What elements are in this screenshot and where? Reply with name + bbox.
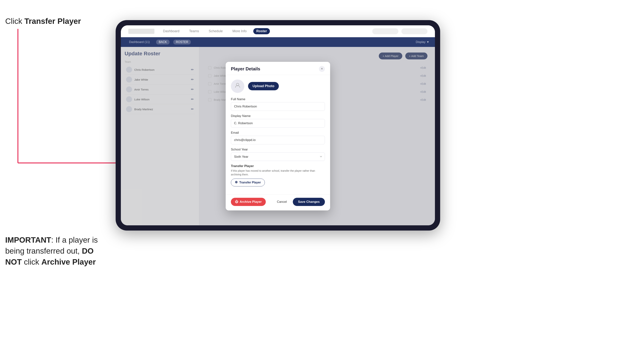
display-name-label: Display Name: [231, 114, 325, 118]
app-header: Dashboard Teams Schedule More Info Roste…: [121, 25, 435, 37]
add-coach-btn-bg: [372, 28, 398, 34]
display-name-group: Display Name: [231, 114, 325, 128]
bottom-text-2: click: [22, 258, 42, 266]
nav-dashboard[interactable]: Dashboard: [160, 28, 182, 34]
upload-photo-label: Upload Photo: [252, 84, 274, 88]
archive-player-button[interactable]: ⏻ Archive Player: [231, 198, 266, 206]
tablet-device: Dashboard Teams Schedule More Info Roste…: [116, 20, 440, 231]
footer-right-group: Cancel Save Changes: [274, 198, 325, 206]
app-logo: [128, 29, 154, 34]
full-name-group: Full Name: [231, 97, 325, 111]
settings-btn-bg: [401, 28, 428, 34]
archive-btn-label: Archive Player: [240, 200, 262, 204]
photo-row: Upload Photo: [231, 80, 325, 93]
modal-header: Player Details ×: [226, 62, 330, 75]
save-changes-button[interactable]: Save Changes: [293, 198, 325, 206]
nav-roster[interactable]: Roster: [253, 28, 270, 34]
sub-nav-display[interactable]: Display ▼: [416, 40, 429, 44]
sub-nav-back[interactable]: BACK: [156, 40, 170, 44]
archive-player-label: Archive Player: [42, 258, 96, 266]
important-label: IMPORTANT: [5, 236, 51, 244]
display-name-input[interactable]: [231, 119, 325, 128]
school-year-label: School Year: [231, 148, 325, 151]
transfer-section-label: Transfer Player: [231, 164, 325, 168]
sub-nav-roster[interactable]: ROSTER: [173, 40, 191, 44]
instruction-top: Click Transfer Player: [5, 17, 81, 26]
instruction-bottom: IMPORTANT: If a player is being transfer…: [5, 235, 108, 267]
nav-teams[interactable]: Teams: [186, 28, 202, 34]
upload-photo-button[interactable]: Upload Photo: [248, 82, 279, 90]
modal-overlay: Player Details ×: [121, 47, 435, 225]
modal-close-button[interactable]: ×: [319, 66, 325, 72]
full-name-label: Full Name: [231, 97, 325, 101]
transfer-description: If this player has moved to another scho…: [231, 169, 325, 176]
nav-schedule[interactable]: Schedule: [206, 28, 226, 34]
modal-footer: ⏻ Archive Player Cancel Save Changes: [226, 195, 330, 210]
modal-body: Upload Photo Full Name Display Name: [226, 75, 330, 195]
transfer-player-section: Transfer Player If this player has moved…: [231, 164, 325, 186]
nav-items: Dashboard Teams Schedule More Info Roste…: [160, 28, 367, 34]
email-label: Email: [231, 131, 325, 135]
cancel-label: Cancel: [277, 200, 287, 203]
modal-title: Player Details: [231, 66, 260, 71]
close-icon: ×: [321, 67, 323, 71]
full-name-input[interactable]: [231, 102, 325, 111]
nav-more-info[interactable]: More Info: [230, 28, 250, 34]
cancel-button[interactable]: Cancel: [274, 198, 290, 206]
sub-nav: Dashboard (11) BACK ROSTER Display ▼: [121, 37, 435, 47]
transfer-btn-label: Transfer Player: [239, 181, 261, 184]
player-details-modal: Player Details ×: [226, 62, 330, 210]
email-group: Email: [231, 131, 325, 144]
transfer-player-button[interactable]: Transfer Player: [231, 178, 265, 186]
instruction-bold: Transfer Player: [24, 17, 81, 25]
sub-nav-dashboard: Dashboard (11): [126, 40, 152, 44]
save-label: Save Changes: [298, 200, 320, 203]
svg-point-5: [236, 182, 237, 182]
instruction-prefix: Click: [5, 17, 24, 25]
main-content: Update Roster Team Chris Robertson ✏ Jak…: [121, 47, 435, 225]
user-avatar-icon: [234, 82, 240, 90]
tablet-screen: Dashboard Teams Schedule More Info Roste…: [121, 25, 435, 225]
transfer-icon: [235, 181, 238, 184]
school-year-select[interactable]: First Year Second Year Third Year Fourth…: [231, 153, 325, 161]
archive-icon: ⏻: [235, 200, 238, 204]
header-right: [372, 28, 428, 34]
email-input[interactable]: [231, 136, 325, 144]
avatar-circle: [231, 80, 244, 93]
school-year-group: School Year First Year Second Year Third…: [231, 148, 325, 161]
